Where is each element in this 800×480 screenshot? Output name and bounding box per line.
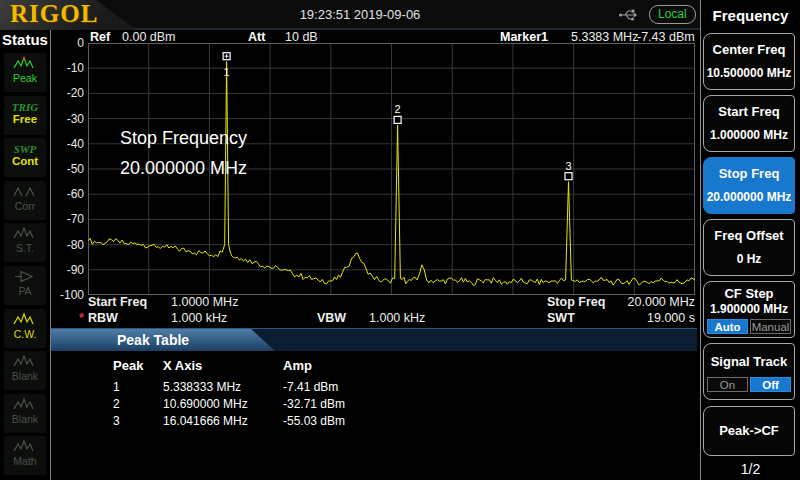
blank-waveform-icon xyxy=(4,397,46,414)
y-tick-label: -10 xyxy=(36,61,84,75)
toggle-option-on[interactable]: On xyxy=(707,377,748,392)
status-item-label: Corr xyxy=(4,201,46,212)
att-label: Att xyxy=(248,30,265,44)
marker-3-symbol xyxy=(565,173,572,180)
vbw-value: 1.000 kHz xyxy=(369,311,425,325)
cw-waveform-icon xyxy=(4,312,46,329)
rigol-logo: RIGOL xyxy=(10,0,98,28)
marker-1-label: 1 xyxy=(224,66,230,78)
ref-value: 0.00 dBm xyxy=(122,30,176,44)
y-tick-label: -70 xyxy=(36,212,84,226)
y-tick-label: -50 xyxy=(36,162,84,176)
timestamp: 19:23:51 2019-09-06 xyxy=(270,7,450,22)
rbw-value: 1.000 kHz xyxy=(171,311,227,325)
peak-table-cell: -7.41 dBm xyxy=(283,380,338,394)
marker-2-symbol xyxy=(394,116,401,123)
menu-page-indicator: 1/2 xyxy=(701,461,800,477)
marker-readout-amp: -7.43 dBm xyxy=(637,30,695,44)
swt-value: 19.000 s xyxy=(610,311,695,325)
swt-label: SWT xyxy=(547,311,575,325)
peak-table-cell: -32.71 dBm xyxy=(283,397,345,411)
y-tick-label: 0 xyxy=(36,36,84,50)
menu-button-value: 1.900000 MHz xyxy=(704,302,794,316)
menu-button-value: 1.000000 MHz xyxy=(704,128,794,142)
peak-table-title: Peak Table xyxy=(117,329,189,352)
menu-button-value: 20.000000 MHz xyxy=(704,190,794,204)
toggle-group: OnOff xyxy=(707,377,791,392)
peak-table-cell: 3 xyxy=(113,414,120,428)
menu-button-label: Stop Freq xyxy=(704,166,794,181)
peak-table-header-0: Peak xyxy=(113,359,143,373)
top-bar: RIGOL 19:23:51 2019-09-06 Local xyxy=(0,0,800,30)
overlay-line2: 20.000000 MHz xyxy=(120,158,247,179)
menu-button-value: 10.500000 MHz xyxy=(704,66,794,80)
peak-table-cell: 1 xyxy=(113,380,120,394)
math-waveform-icon xyxy=(4,439,46,456)
menu-title: Frequency xyxy=(701,7,800,24)
peak-table-cell: 16.041666 MHz xyxy=(163,414,248,428)
toggle-option-off[interactable]: Off xyxy=(750,377,791,392)
rbw-coupled-asterisk: * xyxy=(79,311,84,325)
marker-readout-label: Marker1 xyxy=(500,30,548,44)
y-tick-label: -90 xyxy=(36,263,84,277)
usb-icon xyxy=(618,7,642,27)
peak-table-header-2: Amp xyxy=(283,359,312,373)
menu-button-label: Peak->CF xyxy=(704,423,794,438)
overlay-line1: Stop Frequency xyxy=(120,128,247,149)
menu-button-label: Start Freq xyxy=(704,104,794,119)
toggle-option-auto[interactable]: Auto xyxy=(707,319,748,334)
stop-freq-label: Stop Freq xyxy=(547,295,605,309)
status-item-label: C.W. xyxy=(4,329,46,340)
menu-button-label: Center Freq xyxy=(704,42,794,57)
local-mode-badge: Local xyxy=(649,5,696,24)
menu-button-start-freq[interactable]: Start Freq 1.000000 MHz xyxy=(703,95,795,152)
y-tick-label: -60 xyxy=(36,187,84,201)
y-tick-label: -100 xyxy=(36,288,84,302)
status-item-label: Blank xyxy=(4,371,46,382)
menu-button-freq-offset[interactable]: Freq Offset 0 Hz xyxy=(703,219,795,276)
status-item-label: Blank xyxy=(4,414,46,425)
rbw-label: RBW xyxy=(88,311,118,325)
status-item-label: Math xyxy=(4,456,46,467)
menu-button-label: Freq Offset xyxy=(704,228,794,243)
peak-table-header-1: X Axis xyxy=(163,359,202,373)
peak-table-banner: Peak Table xyxy=(51,328,697,351)
marker-3-label: 3 xyxy=(565,160,571,172)
peak-table-cell: -55.03 dBm xyxy=(283,414,345,428)
peak-table-cell: 10.690000 MHz xyxy=(163,397,248,411)
menu-button-peak-to-cf[interactable]: Peak->CF xyxy=(703,406,795,456)
softkey-menu: Frequency Center Freq 10.500000 MHzStart… xyxy=(700,0,800,480)
peak-table-cell: 5.338333 MHz xyxy=(163,380,241,394)
menu-button-value: 0 Hz xyxy=(704,252,794,266)
menu-button-stop-freq[interactable]: Stop Freq 20.000000 MHz xyxy=(703,157,795,214)
y-tick-label: -30 xyxy=(36,112,84,126)
menu-button-cf-step[interactable]: CF Step 1.900000 MHzAutoManual xyxy=(703,281,795,338)
start-freq-value: 1.0000 MHz xyxy=(171,295,238,309)
status-item-cw: C.W. xyxy=(4,309,46,348)
start-freq-label: Start Freq xyxy=(88,295,147,309)
marker-readout-freq: 5.3383 MHz xyxy=(571,30,638,44)
peak-table-cell: 2 xyxy=(113,397,120,411)
menu-button-label: CF Step xyxy=(704,286,794,301)
menu-button-label: Signal Track xyxy=(704,354,794,369)
ref-label: Ref xyxy=(90,30,110,44)
menu-button-center-freq[interactable]: Center Freq 10.500000 MHz xyxy=(703,33,795,90)
stop-freq-value: 20.000 MHz xyxy=(610,295,695,309)
toggle-group: AutoManual xyxy=(707,319,791,334)
spectrum-analyzer-screen: RIGOL 19:23:51 2019-09-06 Local Status P… xyxy=(0,0,800,480)
y-tick-label: -80 xyxy=(36,238,84,252)
status-item-blank1: Blank xyxy=(4,351,46,390)
att-value: 10 dB xyxy=(285,30,318,44)
parameter-entry-overlay: Stop Frequency 20.000000 MHz xyxy=(120,128,247,188)
y-tick-label: -40 xyxy=(36,137,84,151)
status-item-math: Math xyxy=(4,436,46,475)
y-tick-label: -20 xyxy=(36,86,84,100)
toggle-option-manual[interactable]: Manual xyxy=(750,319,791,334)
status-item-blank2: Blank xyxy=(4,394,46,433)
vbw-label: VBW xyxy=(317,311,346,325)
marker-2-label: 2 xyxy=(395,103,401,115)
menu-button-signal-track[interactable]: Signal TrackOnOff xyxy=(703,343,795,400)
blank-waveform-icon xyxy=(4,354,46,371)
